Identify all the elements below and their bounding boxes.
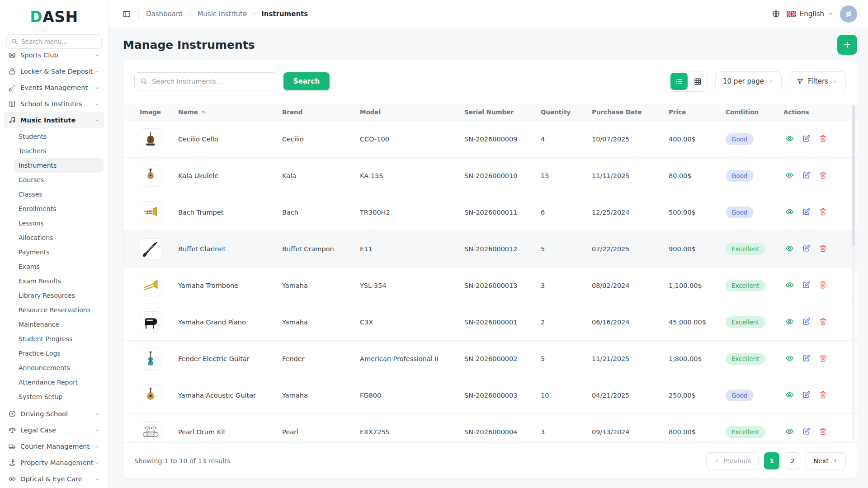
view-button[interactable] bbox=[783, 206, 796, 219]
sidebar-item-payments[interactable]: Payments bbox=[14, 245, 104, 259]
table-row: Kala UkuleleKalaKA-15SSN-20260000101511/… bbox=[123, 157, 857, 194]
cell-model: E11 bbox=[353, 230, 457, 267]
delete-button[interactable] bbox=[817, 279, 829, 292]
per-page-label: 10 per page bbox=[723, 77, 764, 85]
view-button[interactable] bbox=[783, 425, 796, 439]
sidebar-item-allocations[interactable]: Allocations bbox=[14, 230, 104, 245]
cell-purchase-date: 06/16/2024 bbox=[585, 304, 661, 340]
language-selector[interactable]: English bbox=[787, 10, 834, 18]
view-button[interactable] bbox=[783, 352, 796, 366]
sidebar-item-announcements[interactable]: Announcements bbox=[14, 361, 104, 375]
edit-button[interactable] bbox=[800, 315, 812, 329]
sidebar-item-locker-safe-deposit[interactable]: Locker & Safe Deposit bbox=[4, 63, 104, 80]
delete-button[interactable] bbox=[817, 315, 829, 329]
edit-button[interactable] bbox=[800, 242, 812, 256]
column-header-serial-number: Serial Number bbox=[457, 103, 533, 121]
globe-icon[interactable] bbox=[772, 9, 780, 18]
sidebar-item-legal-case[interactable]: Legal Case bbox=[4, 422, 104, 438]
delete-button[interactable] bbox=[817, 206, 829, 219]
delete-button[interactable] bbox=[817, 132, 829, 146]
sidebar-item-practice-logs[interactable]: Practice Logs bbox=[14, 346, 104, 361]
cell-price: 800.00$ bbox=[661, 413, 718, 442]
table-toolbar: Search 10 per page Filter bbox=[123, 60, 857, 103]
sidebar-item-sports-club[interactable]: Sports Club bbox=[4, 53, 104, 63]
instrument-thumbnail bbox=[140, 275, 161, 296]
sidebar-item-optical-eye-care[interactable]: Optical & Eye Care bbox=[4, 471, 104, 487]
user-avatar[interactable] bbox=[840, 5, 857, 23]
sidebar-item-student-progress[interactable]: Student Progress bbox=[14, 332, 104, 346]
sidebar-item-students[interactable]: Students bbox=[14, 129, 104, 144]
search-button[interactable]: Search bbox=[283, 72, 330, 90]
breadcrumb-music-institute[interactable]: Music Institute bbox=[197, 10, 247, 18]
cell-actions bbox=[776, 413, 857, 442]
sidebar-item-exams[interactable]: Exams bbox=[14, 259, 104, 274]
edit-button[interactable] bbox=[800, 206, 812, 219]
delete-button[interactable] bbox=[817, 242, 829, 256]
search-icon bbox=[11, 38, 18, 45]
list-view-button[interactable] bbox=[670, 73, 688, 90]
sidebar-item-teachers[interactable]: Teachers bbox=[14, 144, 104, 158]
next-page-button[interactable]: Next bbox=[806, 452, 846, 469]
table-scrollbar[interactable] bbox=[852, 105, 855, 441]
delete-button[interactable] bbox=[817, 425, 829, 439]
view-button[interactable] bbox=[783, 389, 796, 402]
breadcrumb-dashboard[interactable]: Dashboard bbox=[146, 10, 183, 18]
page-button-2[interactable]: 2 bbox=[785, 452, 800, 469]
delete-button[interactable] bbox=[817, 389, 829, 402]
view-button[interactable] bbox=[783, 242, 796, 256]
column-header-name[interactable]: Name bbox=[171, 103, 275, 121]
sidebar-item-resource-reservations[interactable]: Resource Reservations bbox=[14, 303, 104, 317]
page-head: Manage Instruments bbox=[123, 34, 857, 55]
chevron-down-icon bbox=[94, 476, 100, 482]
previous-page-button[interactable]: Previous bbox=[706, 452, 759, 469]
sidebar-item-maintenance[interactable]: Maintenance bbox=[14, 317, 104, 332]
edit-button[interactable] bbox=[800, 425, 812, 439]
scrollbar-thumb[interactable] bbox=[852, 105, 855, 246]
cell-purchase-date: 11/11/2025 bbox=[585, 157, 661, 194]
sidebar-item-enrollments[interactable]: Enrollments bbox=[14, 202, 104, 216]
view-button[interactable] bbox=[783, 315, 796, 329]
menu-search-input[interactable] bbox=[6, 34, 102, 49]
edit-button[interactable] bbox=[800, 279, 812, 292]
edit-button[interactable] bbox=[800, 169, 812, 183]
view-button[interactable] bbox=[783, 132, 796, 146]
sidebar-item-attendance-report[interactable]: Attendance Report bbox=[14, 375, 104, 389]
cell-model: EXX725S bbox=[353, 413, 457, 442]
filters-button[interactable]: Filters bbox=[789, 71, 846, 91]
app-logo: DASH bbox=[0, 3, 108, 31]
sidebar-item-exam-results[interactable]: Exam Results bbox=[14, 274, 104, 288]
instrument-thumbnail bbox=[140, 238, 161, 260]
sidebar-item-system-setup[interactable]: System Setup bbox=[14, 389, 104, 404]
cell-quantity: 15 bbox=[533, 157, 585, 194]
edit-button[interactable] bbox=[800, 132, 812, 146]
edit-button[interactable] bbox=[800, 389, 812, 402]
delete-button[interactable] bbox=[817, 352, 829, 366]
add-instrument-button[interactable] bbox=[837, 35, 857, 55]
sidebar-item-school-institutes[interactable]: School & Institutes bbox=[4, 96, 104, 112]
sidebar-item-classes[interactable]: Classes bbox=[14, 187, 104, 202]
cell-price: 45,000.00$ bbox=[661, 304, 718, 340]
sidebar-toggle-button[interactable] bbox=[120, 8, 133, 20]
sidebar-item-courier-management[interactable]: Courier Management bbox=[4, 438, 104, 455]
delete-button[interactable] bbox=[817, 169, 829, 183]
cell-model: C3X bbox=[353, 304, 457, 340]
sidebar-item-music-institute[interactable]: Music Institute bbox=[4, 112, 104, 128]
edit-button[interactable] bbox=[800, 352, 812, 366]
sidebar-item-label: Events Management bbox=[20, 84, 94, 91]
view-button[interactable] bbox=[783, 279, 796, 292]
sidebar-item-property-management[interactable]: Property Management bbox=[4, 455, 104, 471]
instruments-search-input[interactable] bbox=[134, 72, 277, 90]
sidebar-item-lessons[interactable]: Lessons bbox=[14, 216, 104, 230]
eye-icon bbox=[785, 207, 794, 216]
grid-view-button[interactable] bbox=[689, 73, 706, 90]
sidebar-item-driving-school[interactable]: Driving School bbox=[4, 406, 104, 422]
cell-brand: Fender bbox=[275, 340, 353, 377]
sidebar-item-events-management[interactable]: Events Management bbox=[4, 80, 104, 96]
page-button-1[interactable]: 1 bbox=[764, 452, 779, 469]
sidebar-item-courses[interactable]: Courses bbox=[14, 173, 104, 187]
sort-icon[interactable] bbox=[201, 109, 207, 115]
view-button[interactable] bbox=[783, 169, 796, 183]
sidebar-item-library-resources[interactable]: Library Resources bbox=[14, 288, 104, 303]
sidebar-item-instruments[interactable]: Instruments bbox=[14, 158, 104, 173]
per-page-select[interactable]: 10 per page bbox=[715, 71, 782, 91]
